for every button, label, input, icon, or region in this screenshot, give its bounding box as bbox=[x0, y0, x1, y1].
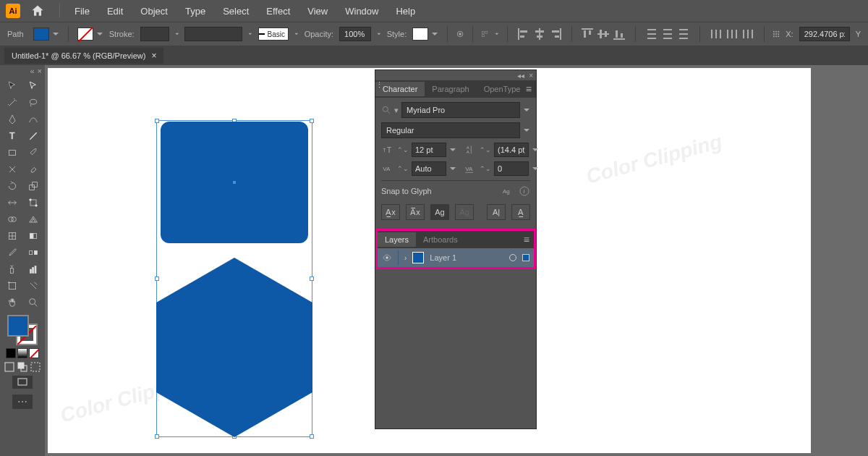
tab-layers[interactable]: Layers bbox=[378, 232, 416, 247]
direct-selection-tool[interactable] bbox=[23, 78, 43, 94]
layers-menu-icon[interactable]: ≡ bbox=[524, 234, 529, 245]
type-tool[interactable]: T bbox=[2, 128, 22, 144]
eyedropper-tool[interactable] bbox=[2, 245, 22, 261]
panel-grip[interactable]: ⋮ bbox=[375, 80, 378, 98]
align-top-icon[interactable] bbox=[580, 27, 595, 41]
menu-help[interactable]: Help bbox=[388, 3, 422, 20]
pen-tool[interactable] bbox=[2, 111, 22, 127]
distribute-h2-icon[interactable] bbox=[725, 27, 739, 41]
align-to-dropdown[interactable] bbox=[495, 30, 499, 38]
draw-normal-icon[interactable] bbox=[4, 361, 15, 373]
menu-edit[interactable]: Edit bbox=[100, 3, 130, 20]
menu-file[interactable]: File bbox=[67, 3, 97, 20]
distribute-h3-icon[interactable] bbox=[741, 27, 755, 41]
leading-input[interactable] bbox=[494, 143, 529, 157]
stroke-weight-dropdown[interactable] bbox=[175, 30, 179, 38]
glyph-bounds-icon[interactable]: Ag bbox=[430, 204, 449, 220]
opacity-input[interactable] bbox=[339, 27, 371, 41]
menu-type[interactable]: Type bbox=[178, 3, 213, 20]
rounded-rectangle-shape[interactable] bbox=[161, 122, 308, 243]
eraser-tool[interactable] bbox=[23, 161, 43, 177]
expand-icon[interactable]: › bbox=[404, 254, 407, 262]
fill-swatch[interactable] bbox=[7, 315, 29, 337]
gradient-tool[interactable] bbox=[23, 228, 43, 244]
visibility-icon[interactable] bbox=[382, 253, 392, 263]
align-right-icon[interactable] bbox=[548, 27, 563, 41]
font-style-dropdown[interactable] bbox=[523, 127, 530, 134]
recolor-icon[interactable] bbox=[456, 28, 464, 41]
x-input[interactable] bbox=[799, 27, 850, 41]
glyph-baseline-icon[interactable]: A̲x bbox=[381, 204, 400, 220]
menu-effect[interactable]: Effect bbox=[259, 3, 297, 20]
tracking-dropdown[interactable] bbox=[532, 165, 539, 172]
panel-menu-icon[interactable]: ≡ bbox=[526, 83, 532, 95]
distribute-v3-icon[interactable] bbox=[676, 27, 691, 41]
tracking-input[interactable] bbox=[494, 161, 529, 176]
leading-dropdown[interactable] bbox=[532, 146, 539, 153]
stroke-dash-input[interactable] bbox=[184, 27, 242, 41]
artboard-tool[interactable] bbox=[2, 278, 22, 294]
transform-icon[interactable] bbox=[773, 28, 780, 41]
tab-artboards[interactable]: Artboards bbox=[416, 232, 465, 247]
font-size-input[interactable] bbox=[412, 143, 446, 157]
fill-color[interactable] bbox=[33, 28, 59, 41]
shape-builder-tool[interactable] bbox=[2, 211, 22, 227]
distribute-h1-icon[interactable] bbox=[709, 27, 723, 41]
selection-tool[interactable] bbox=[2, 78, 22, 94]
shaper-tool[interactable] bbox=[2, 161, 22, 177]
distribute-v1-icon[interactable] bbox=[644, 27, 659, 41]
tab-opentype[interactable]: OpenType bbox=[477, 82, 528, 96]
menu-window[interactable]: Window bbox=[338, 3, 386, 20]
kerning-input[interactable] bbox=[412, 161, 446, 176]
mesh-tool[interactable] bbox=[2, 228, 22, 244]
tab-paragraph[interactable]: Paragraph bbox=[425, 82, 476, 96]
selection-handle[interactable] bbox=[310, 119, 314, 123]
layer-row[interactable]: › Layer 1 bbox=[378, 248, 534, 267]
brush-definition[interactable]: Basic bbox=[258, 28, 289, 41]
glyph-xheight-icon[interactable]: A̅x bbox=[406, 204, 425, 220]
width-tool[interactable] bbox=[2, 195, 22, 211]
layer-name-label[interactable]: Layer 1 bbox=[430, 253, 456, 262]
color-mode-none[interactable] bbox=[29, 348, 39, 358]
selection-handle[interactable] bbox=[155, 119, 159, 123]
color-mode-solid[interactable] bbox=[6, 348, 16, 358]
graphic-style[interactable] bbox=[412, 28, 438, 41]
stroke-color[interactable] bbox=[77, 28, 103, 41]
font-family-select[interactable] bbox=[401, 102, 520, 118]
panel-close-icon[interactable]: × bbox=[529, 72, 533, 80]
align-vcenter-icon[interactable] bbox=[596, 27, 610, 41]
line-tool[interactable] bbox=[23, 128, 43, 144]
symbol-sprayer-tool[interactable] bbox=[2, 261, 22, 277]
paintbrush-tool[interactable] bbox=[23, 145, 43, 161]
snap-ag-icon[interactable]: Ag bbox=[501, 185, 513, 197]
edit-toolbar-button[interactable]: ⋯ bbox=[12, 394, 33, 409]
glyph-proximity-icon[interactable]: A| bbox=[487, 204, 506, 220]
opacity-dropdown[interactable] bbox=[377, 30, 381, 38]
zoom-tool[interactable] bbox=[23, 295, 43, 311]
screen-mode-icon[interactable] bbox=[12, 376, 33, 389]
stroke-dash-dropdown[interactable] bbox=[248, 30, 252, 38]
hand-tool[interactable] bbox=[2, 295, 22, 311]
align-to-icon[interactable] bbox=[481, 28, 488, 41]
app-icon[interactable]: Ai bbox=[6, 4, 20, 18]
document-tab[interactable]: Untitled-1* @ 66.67 % (RGB/Preview) × bbox=[4, 48, 163, 64]
align-hcenter-icon[interactable] bbox=[532, 27, 547, 41]
selection-indicator[interactable] bbox=[522, 254, 529, 261]
slice-tool[interactable] bbox=[23, 278, 43, 294]
free-transform-tool[interactable] bbox=[23, 195, 43, 211]
lasso-tool[interactable] bbox=[23, 95, 43, 111]
menu-object[interactable]: Object bbox=[133, 3, 175, 20]
search-icon[interactable] bbox=[381, 105, 391, 115]
draw-inside-icon[interactable] bbox=[30, 361, 41, 373]
stroke-weight-input[interactable] bbox=[140, 27, 169, 41]
menu-select[interactable]: Select bbox=[216, 3, 256, 20]
color-mode-gradient[interactable] bbox=[17, 348, 27, 358]
perspective-grid-tool[interactable] bbox=[23, 211, 43, 227]
glyph-center-icon[interactable]: A̲ bbox=[511, 204, 530, 220]
dock-close-icon[interactable]: × bbox=[38, 67, 42, 75]
curvature-tool[interactable] bbox=[23, 111, 43, 127]
panel-collapse-icon[interactable]: ◂◂ bbox=[517, 72, 524, 80]
distribute-v2-icon[interactable] bbox=[660, 27, 675, 41]
rectangle-tool[interactable] bbox=[2, 145, 22, 161]
magic-wand-tool[interactable] bbox=[2, 95, 22, 111]
